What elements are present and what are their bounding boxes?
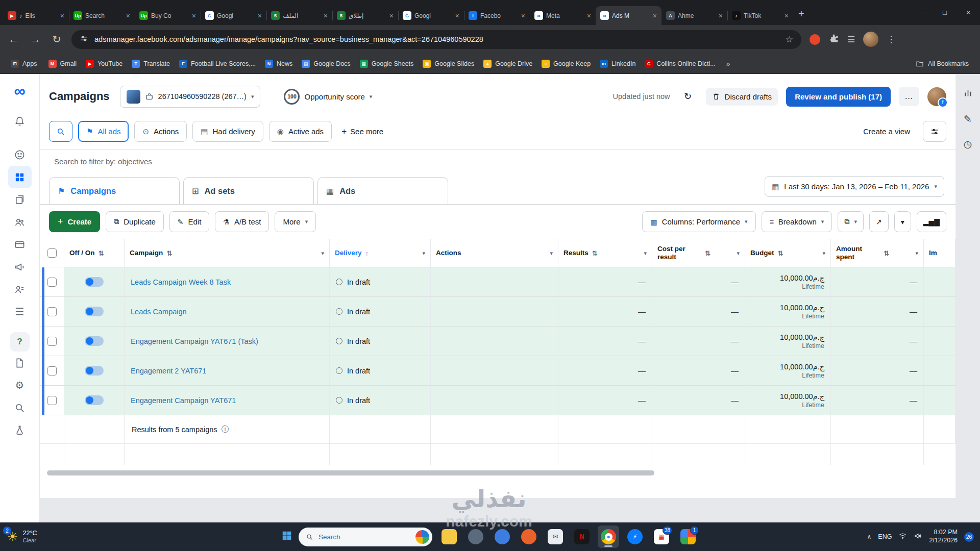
taskbar-search[interactable]: Search <box>299 528 432 546</box>
tab-close-icon[interactable]: × <box>324 12 328 20</box>
campaign-link[interactable]: Engagement Campaign YAT671 (Task) <box>131 337 258 345</box>
sort-icon[interactable]: ↑ <box>365 249 369 257</box>
campaign-toggle[interactable] <box>85 395 104 405</box>
business-settings-icon[interactable] <box>8 278 32 300</box>
tab-close-icon[interactable]: × <box>258 12 262 20</box>
window-control-button[interactable]: □ <box>933 0 957 25</box>
tab-close-icon[interactable]: × <box>455 12 459 20</box>
browser-profile-avatar[interactable] <box>863 32 878 47</box>
forward-icon[interactable]: → <box>29 33 42 45</box>
notifications-bell-icon[interactable] <box>8 110 32 132</box>
ads-manager-icon[interactable] <box>8 166 32 188</box>
more-options-button[interactable]: … <box>899 87 919 106</box>
campaign-link[interactable]: Leads Campaign Week 8 Task <box>131 278 231 286</box>
taskbar-app-icon[interactable] <box>518 525 540 548</box>
browser-tab[interactable]: ♪ TikTok × <box>727 6 793 25</box>
bookmark-item[interactable]: F Football Live Scores,... <box>175 57 260 71</box>
address-bar[interactable]: adsmanager.facebook.com/adsmanager/manag… <box>71 30 801 49</box>
sort-icon[interactable]: ⇅ <box>592 249 598 257</box>
toolbar-button[interactable]: ✎ Edit <box>169 211 210 232</box>
reload-icon[interactable]: ↻ <box>50 33 63 45</box>
row-checkbox[interactable] <box>47 337 57 346</box>
tab-close-icon[interactable]: × <box>192 12 196 20</box>
sort-icon[interactable]: ⇅ <box>166 249 172 257</box>
toolbar-icon-button[interactable]: ▾ <box>894 211 911 232</box>
labs-flask-icon[interactable] <box>8 419 32 441</box>
column-header[interactable]: Results ⇅ ▾ <box>558 239 652 267</box>
row-checkbox[interactable] <box>47 278 57 287</box>
toolbar-icon-button[interactable]: ⧉ ▾ <box>838 211 864 232</box>
search-highlight-icon[interactable] <box>415 530 429 544</box>
all-tools-menu-icon[interactable]: ☰ <box>8 300 32 323</box>
volume-icon[interactable] <box>914 532 922 542</box>
taskbar-app-icon[interactable] <box>438 525 460 548</box>
browser-tab[interactable]: Up Search × <box>69 6 135 25</box>
toolbar-button[interactable]: ⧉ Duplicate <box>106 211 164 232</box>
tab-close-icon[interactable]: × <box>785 12 789 20</box>
column-header[interactable]: Delivery ↑ ▾ <box>330 239 431 267</box>
weather-widget[interactable]: ☀ 2 22°C Clear <box>0 530 44 544</box>
docs-icon[interactable] <box>8 352 32 374</box>
info-icon[interactable]: ⓘ <box>222 425 229 434</box>
tab-close-icon[interactable]: × <box>126 12 130 20</box>
edit-pencil-icon[interactable]: ✎ <box>964 113 972 125</box>
campaign-toggle[interactable] <box>85 277 104 287</box>
browser-tab[interactable]: G Googl × <box>201 6 266 25</box>
create-button[interactable]: + Create <box>49 211 100 232</box>
window-control-button[interactable]: — <box>910 0 933 25</box>
taskbar-app-icon[interactable]: ✉ <box>545 525 566 548</box>
sort-icon[interactable]: ⇅ <box>884 249 889 257</box>
bookmarks-overflow-icon[interactable]: » <box>722 60 734 68</box>
column-header[interactable]: Budget ⇅ ▾ <box>745 239 831 267</box>
column-menu-icon[interactable]: ▾ <box>737 250 740 257</box>
wifi-icon[interactable] <box>898 532 907 542</box>
account-selector[interactable]: 267104960590228 (267…) ▾ <box>120 86 261 108</box>
campaign-link[interactable]: Engagement 2 YAT671 <box>131 367 206 375</box>
taskbar-clock[interactable]: 8:02 PM 2/12/2026 <box>929 529 958 544</box>
charts-icon[interactable] <box>963 87 973 100</box>
start-button[interactable] <box>281 530 292 543</box>
opportunity-score[interactable]: 100 Opportunity score ▾ <box>284 89 372 105</box>
select-all-checkbox[interactable] <box>47 248 57 258</box>
bookmark-item[interactable]: ▣ Google Slides <box>418 57 479 71</box>
date-range-selector[interactable]: ▦ Last 30 days: Jan 13, 2026 – Feb 11, 2… <box>765 176 944 197</box>
column-header[interactable]: Actions ▾ <box>431 239 558 267</box>
column-header[interactable]: Amount spent ⇅ ▾ <box>831 239 924 267</box>
column-header[interactable]: Cost per result ⇅ ▾ <box>652 239 745 267</box>
row-checkbox[interactable] <box>47 307 57 316</box>
search-tool-icon[interactable] <box>8 396 32 419</box>
taskbar-app-icon[interactable]: 1 <box>677 525 699 548</box>
browser-tab[interactable]: ▶ ♪ Elis × <box>3 6 69 25</box>
extensions-icon[interactable] <box>828 33 839 46</box>
level-tab[interactable]: ▦ Ads <box>317 177 448 204</box>
bookmark-item[interactable]: ▶ YouTube <box>81 57 127 71</box>
filter-chip[interactable]: ▤ Had delivery <box>192 121 263 142</box>
column-menu-icon[interactable]: ▾ <box>915 250 918 257</box>
browser-tab[interactable]: ∞ Ads M × <box>596 6 662 25</box>
new-tab-button[interactable]: + <box>798 8 804 20</box>
campaign-toggle[interactable] <box>85 336 104 346</box>
column-menu-icon[interactable]: ▾ <box>550 250 553 257</box>
audiences-icon[interactable] <box>8 211 32 233</box>
create-view-button[interactable]: Create a view <box>856 127 917 136</box>
adblock-extension-icon[interactable] <box>810 34 820 45</box>
taskbar-app-icon[interactable]: ▦ 38 <box>651 525 672 548</box>
column-menu-icon[interactable]: ▾ <box>822 250 825 257</box>
language-indicator[interactable]: ENG <box>878 533 892 540</box>
tab-close-icon[interactable]: × <box>521 12 525 20</box>
sort-icon[interactable]: ⇅ <box>705 249 710 257</box>
browser-tab[interactable]: 5 إطلاق × <box>332 6 398 25</box>
filter-chip[interactable]: ⊙ Actions <box>134 121 187 142</box>
column-menu-icon[interactable]: ▾ <box>644 250 647 257</box>
bookmark-apps[interactable]: ⊞ Apps <box>6 57 42 71</box>
taskbar-app-icon[interactable] <box>465 525 486 548</box>
bookmark-item[interactable]: ▤ Google Docs <box>297 57 355 71</box>
tab-close-icon[interactable]: × <box>60 12 64 20</box>
all-bookmarks-button[interactable]: All Bookmarks <box>911 60 974 68</box>
column-menu-icon[interactable]: ▾ <box>422 250 425 257</box>
toolbar-icon-button[interactable]: ↗ <box>869 211 889 232</box>
see-more-button[interactable]: + See more <box>337 127 387 137</box>
bookmark-item[interactable]: ▲ Google Drive <box>479 57 537 71</box>
campaign-link[interactable]: Leads Campaign <box>131 308 187 316</box>
filter-chip[interactable]: ⚑ All ads <box>78 121 129 142</box>
